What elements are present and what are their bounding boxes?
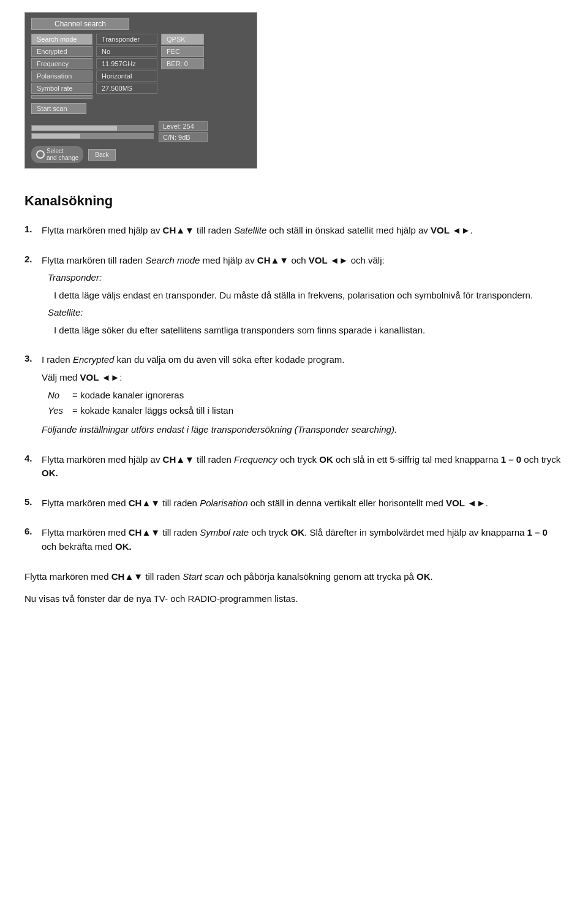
select-icon (36, 150, 45, 159)
transponder-value: Transponder (96, 34, 157, 45)
ok-key-4b: OK. (42, 468, 58, 478)
instr-4-text: Flytta markören med hjälp av CH▲▼ till r… (42, 453, 564, 481)
ch-arrows-bottom: ▲▼ (124, 571, 143, 582)
section-title: Kanalsökning (24, 193, 564, 209)
instr-6-text: Flytta markören med CH▲▼ till raden Symb… (42, 526, 564, 553)
option-yes-key: Yes (48, 403, 72, 419)
instruction-6: 6. Flytta markören med CH▲▼ till raden S… (24, 526, 564, 557)
vol-choose-label: Välj med VOL ◄►: (42, 371, 564, 385)
instr-body-4: Flytta markören med hjälp av CH▲▼ till r… (42, 453, 564, 484)
instr-number-4: 4. (24, 453, 37, 484)
instr-number-3: 3. (24, 353, 37, 441)
instr-3-note: Följande inställningar utförs endast i l… (42, 423, 564, 437)
vol-arrows-3: ◄► (102, 372, 120, 382)
instruction-3: 3. I raden Encrypted kan du välja om du … (24, 353, 564, 441)
back-label: Back (95, 151, 108, 158)
ch-arrows-6: ▲▼ (141, 527, 160, 538)
fec-status: FEC (161, 46, 204, 57)
transponder-text: I detta läge väljs endast en transponder… (54, 289, 564, 303)
transponder-desc: I detta läge väljs endast en transponder… (54, 289, 564, 303)
polarisation-label: Symbol rate (31, 83, 92, 94)
transponder-title: Transponder: (48, 271, 564, 285)
ui-settings-table: Search mode Encrypted Frequency Polarisa… (31, 34, 251, 99)
bottom-paragraphs: Flytta markören med CH▲▼ till raden Star… (24, 569, 564, 606)
option-no-key: No (48, 388, 72, 403)
cn-value: C/N: 9dB (159, 132, 208, 142)
ch-arrows-1: ▲▼ (176, 225, 194, 235)
num-keys-4: 1 – 0 (501, 454, 521, 465)
vol-key-3: VOL (80, 372, 99, 382)
symbolrate-value: 27.500MS (96, 83, 157, 94)
search-mode-label: Encrypted (31, 46, 92, 57)
encrypted-label: Frequency (31, 58, 92, 69)
bottom-text-1: Flytta markören med CH▲▼ till raden Star… (24, 569, 564, 584)
ch-key-bottom: CH (111, 571, 125, 582)
select-button[interactable]: Selectand change (31, 146, 83, 163)
vol-key-2: VOL (309, 255, 328, 265)
frequency-label: Polarisation (31, 70, 92, 82)
vol-key-1: VOL (431, 225, 450, 235)
options-table: No = kodade kanaler ignoreras Yes = koka… (48, 388, 238, 418)
instr-body-1: Flytta markören med hjälp av CH▲▼ till r… (42, 224, 564, 241)
ber-status: BER: 0 (161, 58, 204, 69)
start-scan-button[interactable]: Start scan (31, 103, 86, 114)
instr-number-5: 5. (24, 496, 37, 514)
instr-2-satellite: Satellite: I detta läge söker du efter s… (48, 306, 564, 337)
num-keys-6: 1 – 0 (527, 527, 548, 538)
progress-area: Level: 254 C/N: 9dB (31, 121, 251, 142)
satellite-italic: Satellite (234, 225, 266, 235)
ch-key-4: CH (163, 454, 176, 465)
instr-number-6: 6. (24, 526, 37, 557)
select-label: Selectand change (47, 148, 78, 161)
instr-5-text: Flytta markören med CH▲▼ till raden Pola… (42, 496, 564, 511)
horizontal-value: Horizontal (96, 70, 157, 82)
freq-value: 11.957GHz (96, 58, 157, 69)
symbolrate-italic: Symbol rate (200, 527, 249, 538)
ok-key-6a: OK (291, 527, 305, 538)
level-value: Level: 254 (159, 121, 208, 131)
polarisation-italic: Polarisation (200, 498, 247, 508)
no-value: No (96, 46, 157, 57)
level-info: Level: 254 C/N: 9dB (159, 121, 208, 142)
progress-bar-2 (31, 133, 154, 139)
ui-screenshot: Channel search Search mode Encrypted Fre… (24, 12, 257, 169)
instr-3-intro: I raden Encrypted kan du välja om du äve… (42, 353, 564, 367)
option-no: No = kodade kanaler ignoreras (48, 388, 238, 403)
satellite-title: Satellite: (48, 306, 564, 320)
satellite-label: Search mode (31, 34, 92, 45)
encrypted-italic: Encrypted (73, 354, 115, 365)
instr-2-intro: Flytta markören till raden Search mode m… (42, 254, 564, 268)
qpsk-status: QPSK (161, 34, 204, 45)
vol-arrows-1: ◄► (452, 225, 470, 235)
ok-key-4a: OK (319, 454, 333, 465)
symbol-rate-label (31, 95, 92, 99)
start-scan-italic: Start scan (183, 571, 224, 582)
ch-arrows-2: ▲▼ (271, 255, 289, 265)
progress-bar-1 (31, 125, 154, 131)
ch-key-1: CH (163, 225, 176, 235)
option-yes: Yes = kokade kanaler läggs också till i … (48, 403, 238, 419)
instruction-2: 2. Flytta markören till raden Search mod… (24, 254, 564, 341)
channel-search-title: Channel search (31, 18, 129, 30)
search-mode-italic: Search mode (145, 255, 200, 265)
instr-body-5: Flytta markören med CH▲▼ till raden Pola… (42, 496, 564, 514)
back-button[interactable]: Back (88, 149, 115, 161)
instr-body-2: Flytta markören till raden Search mode m… (42, 254, 564, 341)
instr-1-text: Flytta markören med hjälp av CH▲▼ till r… (42, 224, 564, 238)
instr-body-3: I raden Encrypted kan du välja om du äve… (42, 353, 564, 441)
instruction-4: 4. Flytta markören med hjälp av CH▲▼ til… (24, 453, 564, 484)
instruction-1: 1. Flytta markören med hjälp av CH▲▼ til… (24, 224, 564, 241)
instruction-list: 1. Flytta markören med hjälp av CH▲▼ til… (24, 224, 564, 557)
ch-arrows-4: ▲▼ (176, 454, 194, 465)
vol-arrows-5: ◄► (467, 498, 486, 508)
ch-arrows-5: ▲▼ (141, 498, 160, 508)
vol-arrows-2: ◄► (330, 255, 349, 265)
instr-number-1: 1. (24, 224, 37, 241)
vol-key-5: VOL (446, 498, 465, 508)
progress-bars (31, 125, 154, 139)
ok-key-bottom: OK (417, 571, 431, 582)
satellite-desc: I detta läge söker du efter satellitens … (54, 324, 564, 338)
frequency-italic: Frequency (234, 454, 277, 465)
option-no-desc: = kodade kanaler ignoreras (72, 388, 238, 403)
ch-key-2: CH (257, 255, 271, 265)
